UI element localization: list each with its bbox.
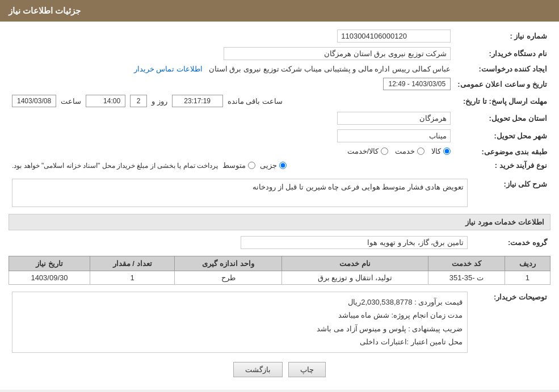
process-label: نوع فرآیند خرید : [454,159,550,172]
buyer-desc-line: مدت زمان انجام پروژه: شش ماه میباشد [17,309,463,322]
process-radio-jozii[interactable]: جزیی [260,161,287,170]
table-row: 1ت -35-351تولید، انتقال و توزیع برقطرح11… [9,271,550,285]
col-header-service-name: نام خدمت [281,256,428,271]
buyer-desc-line: محل تامین اعتبار :اعتبارات داخلی [17,335,463,348]
category-radio-khedmat[interactable]: خدمت [395,147,424,155]
days-label: روز و [152,97,167,106]
process-radio-jozii-input[interactable] [279,162,287,169]
col-header-quantity: تعداد / مقدار [90,256,174,271]
category-radio-khedmat-label: خدمت [395,147,415,155]
buyer-desc-line: قیمت برآوردی : 2,030,538,8778ریال [17,296,463,309]
col-header-row-num: ردیف [505,256,550,271]
category-radio-kala-khedmat-label: کالا/خدمت [347,147,379,155]
process-note: پرداخت تمام یا بخشی از مبلغ خریداز محل "… [12,162,218,170]
need-number-value: 1103004106000120 [9,27,454,45]
page-header: جزئیات اطلاعات نیاز [0,0,559,22]
need-desc-label: شرح کلی نیاز: [471,176,550,209]
buyer-desc-table: توصیحات خریدار: قیمت برآوردی : 2,030,538… [9,289,550,355]
process-radio-motavasset-label: متوسط [222,161,246,170]
time-label: ساعت [61,97,81,106]
category-radio-kala[interactable]: کالا [431,147,451,155]
category-radio-kala-khedmat-input[interactable] [381,147,388,155]
send-date-value: 1403/03/08 [12,95,56,107]
category-radio-khedmat-input[interactable] [417,147,424,155]
buttons-row: چاپ بازگشت [9,362,550,377]
page-title: جزئیات اطلاعات نیاز [9,6,81,15]
service-group-table: گروه خدمت: تامین برق، گاز، بخار و تهویه … [9,234,550,251]
services-section-header: اطلاعات خدمات مورد نیاز [9,214,550,230]
province-value: هرمزگان [337,112,451,125]
contact-link[interactable]: اطلاعات تماس خریدار [134,65,203,73]
cell-row_num: 1 [505,271,550,285]
city-value: میناب [337,129,451,142]
cell-quantity: 1 [90,271,174,285]
back-button[interactable]: بازگشت [233,362,283,377]
print-button[interactable]: چاپ [288,362,326,377]
creator-text: عباس کمالی رییس اداره مالی و پشتیبانی می… [209,65,451,73]
buyer-desc-content: قیمت برآوردی : 2,030,538,8778ریالمدت زما… [12,292,468,353]
category-radio-kala-input[interactable] [443,147,451,155]
need-number-label: شماره نیاز : [454,27,550,45]
col-header-date: تاریخ نیاز [9,256,90,271]
process-radio-motavasset[interactable]: متوسط [222,161,255,170]
buyer-name-input: شرکت توزیع نیروی برق استان هرمزگان [224,47,451,60]
main-info-table: شماره نیاز : 1103004106000120 نام دستگاه… [9,27,550,172]
announce-datetime-label: تاریخ و ساعت اعلان عمومی: [454,75,550,92]
send-time-value: 14:00 [86,95,125,107]
services-table-section: ردیف کد خدمت نام خدمت واحد اندازه گیری ت… [9,256,550,285]
service-group-label: گروه خدمت: [471,234,550,251]
service-group-value: تامین برق، گاز، بخار و تهویه هوا [241,236,468,249]
cell-unit: طرح [175,271,281,285]
category-label: طبقه بندی موضوعی: [454,145,550,159]
process-radio-jozii-label: جزیی [260,161,277,170]
need-number-input: 1103004106000120 [337,29,451,43]
buyer-desc-label: توصیحات خریدار: [471,289,550,355]
send-date-label: مهلت ارسال پاسخ: تا تاریخ: [454,92,550,109]
cell-service_name: تولید، انتقال و توزیع برق [281,271,428,285]
category-radio-group: کالا/خدمت خدمت کالا [347,147,451,155]
col-header-unit: واحد اندازه گیری [175,256,281,271]
buyer-name-label: نام دستگاه خریدار: [454,45,550,62]
category-radio-kala-label: کالا [431,147,441,155]
category-radio-kala-khedmat[interactable]: کالا/خدمت [347,147,389,155]
creator-value: عباس کمالی رییس اداره مالی و پشتیبانی می… [9,62,454,75]
city-label: شهر محل تحویل: [454,127,550,145]
days-value: 2 [130,95,147,107]
announce-datetime-value: 1403/03/05 - 12:49 [383,78,451,90]
province-label: استان محل تحویل: [454,109,550,127]
cell-service_code: ت -35-351 [428,271,505,285]
buyer-desc-line: ضریب پیشنهادی : پلوس و مینوس آزاد می باش… [17,322,463,335]
time-remaining-value: 23:17:19 [172,95,223,107]
creator-label: ایجاد کننده درخواست: [454,62,550,75]
need-description-value: تعویض هادی فشار متوسط هوایی فرعی چاه شیر… [12,179,468,207]
remaining-label: ساعت باقی مانده [228,97,283,106]
services-table: ردیف کد خدمت نام خدمت واحد اندازه گیری ت… [9,256,550,285]
buyer-name-value: شرکت توزیع نیروی برق استان هرمزگان [9,45,454,62]
need-desc-table: شرح کلی نیاز: تعویض هادی فشار متوسط هوای… [9,176,550,209]
cell-date: 1403/09/30 [9,271,90,285]
col-header-service-code: کد خدمت [428,256,505,271]
process-radio-motavasset-input[interactable] [248,162,255,169]
